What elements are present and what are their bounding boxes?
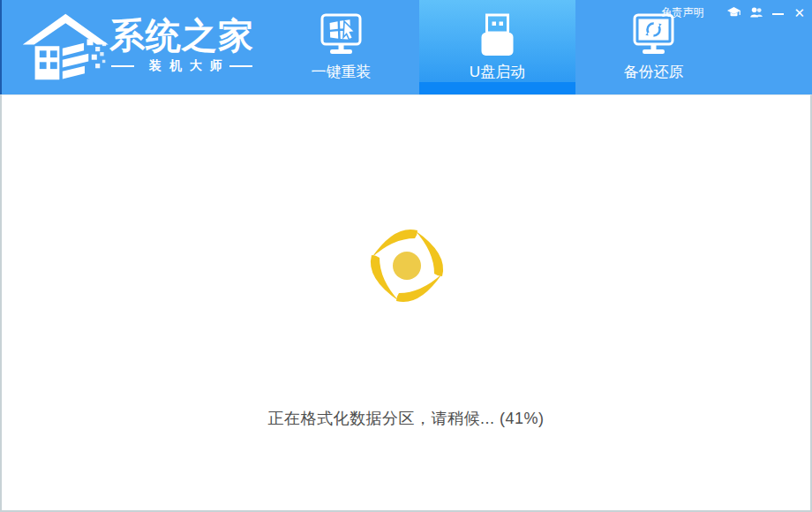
- content-area: 正在格式化数据分区，请稍候... (41%): [0, 94, 812, 512]
- usb-drive-icon: [474, 11, 521, 58]
- loading-spinner-icon: [362, 221, 452, 311]
- close-button[interactable]: ✕: [793, 6, 805, 19]
- tab-label: 备份还原: [624, 64, 684, 81]
- minimize-button[interactable]: [772, 6, 784, 19]
- tab-label: 一键重装: [312, 64, 372, 81]
- logo-subtitle: 装机大师: [109, 58, 254, 74]
- house-logo-icon: [21, 5, 113, 88]
- monitor-windows-icon: [318, 11, 365, 58]
- graduation-cap-icon[interactable]: [726, 6, 741, 19]
- app-window: 系统之家 装机大师 一键重装: [0, 0, 812, 512]
- tab-label: U盘启动: [470, 64, 525, 81]
- logo-title: 系统之家: [109, 18, 254, 53]
- window-controls: 免责声明 ✕: [661, 4, 805, 20]
- logo-text: 系统之家 装机大师: [109, 18, 254, 74]
- app-logo: 系统之家 装机大师: [21, 5, 254, 88]
- status-text: 正在格式化数据分区，请稍候... (41%): [2, 408, 810, 429]
- app-header: 系统之家 装机大师 一键重装: [0, 0, 812, 94]
- tab-usb-boot[interactable]: U盘启动: [419, 0, 575, 94]
- users-icon[interactable]: [749, 6, 764, 19]
- tab-onekey-reinstall[interactable]: 一键重装: [263, 0, 419, 94]
- disclaimer-link[interactable]: 免责声明: [661, 5, 703, 20]
